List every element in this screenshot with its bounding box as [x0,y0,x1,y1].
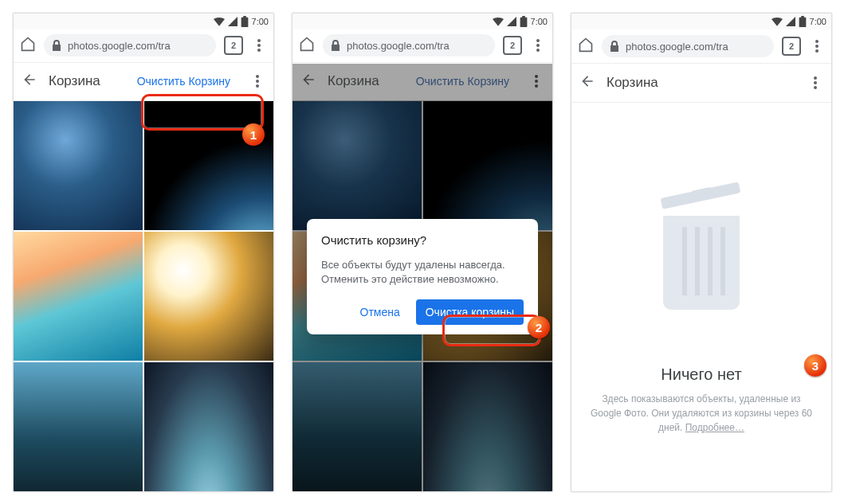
empty-trash-state: Ничего нет Здесь показываются объекты, у… [571,103,831,491]
screenshot-step-1: 7:00 photos.google.com/tra 2 Корзина Очи… [13,13,274,492]
photo-thumbnail[interactable] [144,362,273,491]
android-status-bar: 7:00 [571,14,831,29]
chrome-menu-icon[interactable] [251,39,267,52]
wifi-icon [771,17,783,26]
photo-thumbnail [292,362,422,491]
tab-switcher[interactable]: 2 [224,36,243,55]
photo-thumbnail[interactable] [14,101,143,230]
learn-more-link[interactable]: Подробнее… [685,422,744,433]
signal-icon [786,17,795,26]
signal-icon [507,17,516,26]
page-title: Корзина [607,75,658,91]
trash-can-icon [654,198,749,318]
screenshot-step-3: 7:00 photos.google.com/tra 2 Корзина [571,13,832,492]
wifi-icon [214,17,225,26]
chrome-menu-icon[interactable] [530,39,546,52]
lock-icon [610,41,619,52]
url-text: photos.google.com/tra [347,40,450,52]
photos-trash-app-bar: Корзина [571,64,831,103]
app-menu-icon[interactable] [249,75,265,88]
app-menu-icon[interactable] [807,76,823,89]
cancel-button[interactable]: Отмена [355,301,405,323]
android-status-bar: 7:00 [14,14,273,29]
photo-thumbnail[interactable] [14,232,143,361]
chrome-omnibar: photos.google.com/tra 2 [14,29,273,63]
url-text: photos.google.com/tra [68,40,171,52]
screenshot-step-2: 7:00 photos.google.com/tra 2 Корзина Очи… [292,13,553,492]
app-menu-icon [528,75,544,88]
address-bar[interactable]: photos.google.com/tra [44,34,216,57]
back-button[interactable] [579,73,595,92]
photos-trash-app-bar: Корзина Очистить Корзину [14,63,273,101]
battery-icon [799,16,807,27]
status-time: 7:00 [810,17,826,26]
home-icon[interactable] [299,36,315,55]
empty-description: Здесь показываются объекты, удаленные из… [571,392,831,435]
photos-trash-app-bar: Корзина Очистить Корзину [292,63,552,101]
battery-icon [241,16,249,27]
lock-icon [331,40,340,51]
photo-thumbnail [292,101,422,230]
wifi-icon [493,17,504,26]
lock-icon [52,40,61,51]
battery-icon [520,16,528,27]
empty-trash-button[interactable]: Очистить Корзину [137,75,230,88]
page-title: Корзина [328,73,379,89]
chrome-omnibar: photos.google.com/tra 2 [292,29,552,63]
signal-icon [228,17,238,26]
confirm-empty-button[interactable]: Очистка корзины [416,299,524,325]
dialog-actions: Отмена Очистка корзины [321,299,524,325]
confirm-empty-trash-dialog: Очистить корзину? Все объекты будут удал… [307,219,538,334]
back-button[interactable] [22,72,37,91]
photo-thumbnail [423,362,552,491]
photo-thumbnail [423,101,552,230]
address-bar[interactable]: photos.google.com/tra [602,35,774,57]
dialog-body: Все объекты будут удалены навсегда. Отме… [321,258,524,287]
chrome-omnibar: photos.google.com/tra 2 [571,29,831,64]
empty-title: Ничего нет [661,365,741,384]
empty-trash-button: Очистить Корзину [416,75,509,88]
address-bar[interactable]: photos.google.com/tra [323,34,495,57]
home-icon[interactable] [20,36,36,55]
back-button [300,72,316,91]
page-title: Корзина [49,73,100,89]
photo-thumbnail[interactable] [14,362,143,491]
chrome-menu-icon[interactable] [809,40,825,53]
dialog-title: Очистить корзину? [321,233,524,247]
tab-switcher[interactable]: 2 [782,37,801,56]
tab-switcher[interactable]: 2 [503,36,522,55]
home-icon[interactable] [578,37,594,56]
photo-thumbnail[interactable] [144,101,273,230]
status-time: 7:00 [252,17,269,26]
android-status-bar: 7:00 [292,14,552,29]
status-time: 7:00 [531,17,548,26]
url-text: photos.google.com/tra [626,41,728,53]
trash-thumbnail-grid [14,101,273,491]
photo-thumbnail[interactable] [144,232,273,361]
